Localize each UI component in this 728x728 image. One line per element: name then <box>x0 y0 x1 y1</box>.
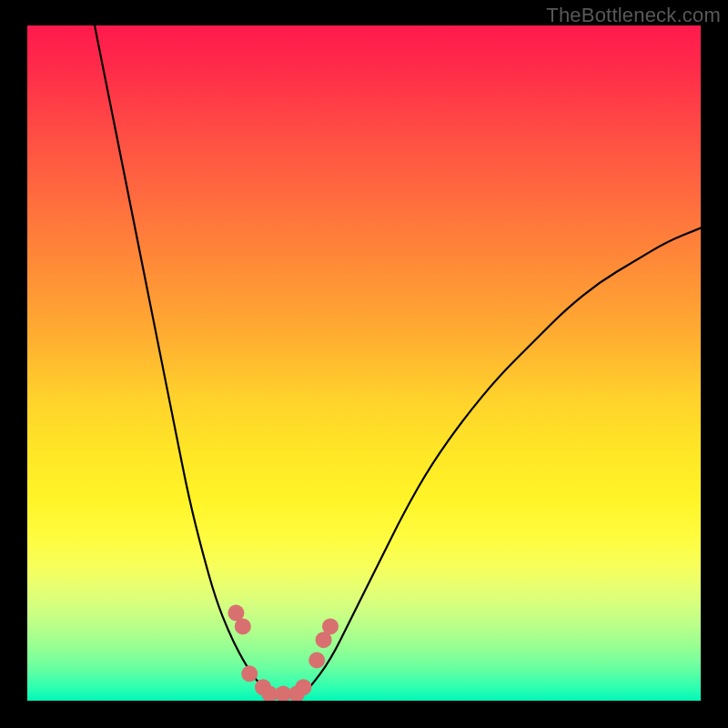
floor-marker <box>295 679 311 695</box>
watermark-text: TheBottleneck.com <box>546 4 721 27</box>
v-curve <box>95 25 701 701</box>
floor-marker <box>308 652 325 669</box>
plot-area <box>27 25 701 701</box>
floor-marker <box>322 618 339 634</box>
curve-layer <box>27 25 701 701</box>
curve-left-branch <box>95 25 283 701</box>
floor-marker <box>241 665 258 682</box>
chart-frame: TheBottleneck.com <box>0 0 728 728</box>
curve-right-branch <box>297 228 701 701</box>
floor-marker <box>235 618 251 634</box>
floor-markers <box>228 605 339 702</box>
